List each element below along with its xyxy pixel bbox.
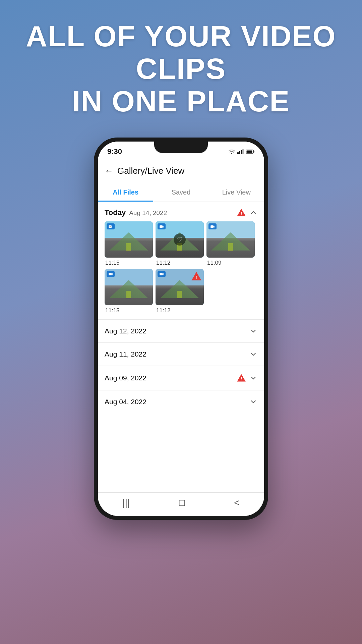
front-camera-badge xyxy=(208,223,217,229)
video-thumb-1[interactable]: 11:15 xyxy=(105,221,153,266)
hero-text: ALL OF YOUR VIDEO CLIPS IN ONE PLACE xyxy=(0,20,362,117)
svg-marker-11 xyxy=(163,226,164,228)
aug11-label: Aug 11, 2022 xyxy=(105,350,146,358)
recent-apps-button[interactable]: ||| xyxy=(117,495,135,511)
alert-icon-aug09: ! xyxy=(237,373,246,383)
today-header: Today Aug 14, 2022 ! xyxy=(98,202,264,221)
tab-bar: All Files Saved Live View xyxy=(98,183,264,202)
back-nav-button[interactable]: < xyxy=(229,495,245,511)
chevron-down-icon-aug11 xyxy=(249,350,257,358)
today-group: Today Aug 14, 2022 ! xyxy=(98,202,264,319)
front-camera-badge-2 xyxy=(107,271,115,277)
tab-all-files[interactable]: All Files xyxy=(98,183,153,202)
date-group-aug12[interactable]: Aug 12, 2022 xyxy=(98,319,264,342)
aug04-label: Aug 04, 2022 xyxy=(105,398,146,406)
date-group-aug09[interactable]: Aug 09, 2022 ! xyxy=(98,366,264,390)
svg-rect-2 xyxy=(241,150,242,154)
video-grid: 11:15 ♡ xyxy=(98,221,264,319)
phone-mockup: 9:30 xyxy=(94,138,268,520)
svg-rect-16 xyxy=(160,273,163,275)
aug09-label: Aug 09, 2022 xyxy=(105,374,146,382)
svg-marker-17 xyxy=(163,273,164,275)
svg-text:!: ! xyxy=(241,211,242,216)
alert-icon: ! xyxy=(237,208,246,217)
video-time-3: 11:09 xyxy=(206,260,255,266)
svg-marker-13 xyxy=(214,226,215,228)
video-thumb-3[interactable]: 11:09 xyxy=(206,221,255,266)
today-label: Today xyxy=(105,208,126,217)
tab-live-view[interactable]: Live View xyxy=(209,183,264,202)
svg-text:!: ! xyxy=(196,275,198,280)
rear-camera-badge xyxy=(158,223,166,229)
thumb-alert-icon: ! xyxy=(191,271,202,282)
svg-rect-5 xyxy=(254,151,255,153)
svg-rect-10 xyxy=(160,225,163,228)
battery-icon xyxy=(246,149,255,154)
tab-saved[interactable]: Saved xyxy=(153,183,208,202)
svg-marker-15 xyxy=(112,273,113,275)
hero-line1: ALL OF YOUR VIDEO CLIPS xyxy=(20,20,342,85)
phone-screen: 9:30 xyxy=(98,142,264,516)
header-title: Gallery/Live View xyxy=(117,166,184,176)
today-date: Aug 14, 2022 xyxy=(129,209,167,217)
phone-notch xyxy=(154,142,208,153)
content-area: Today Aug 14, 2022 ! xyxy=(98,202,264,492)
video-time-1: 11:15 xyxy=(105,260,153,266)
aug12-label: Aug 12, 2022 xyxy=(105,327,146,335)
svg-rect-14 xyxy=(109,273,112,275)
video-time-5: 11:12 xyxy=(156,307,204,314)
video-thumb-4[interactable]: 11:15 xyxy=(105,269,153,314)
chevron-down-icon-aug09 xyxy=(249,374,257,382)
chevron-down-icon-aug12 xyxy=(249,327,257,335)
video-thumb-2[interactable]: ♡ 11:12 xyxy=(156,221,204,266)
svg-rect-3 xyxy=(242,149,244,154)
date-group-aug11[interactable]: Aug 11, 2022 xyxy=(98,342,264,366)
hero-line2: IN ONE PLACE xyxy=(20,85,342,118)
svg-rect-1 xyxy=(239,151,240,154)
bottom-nav: ||| □ < xyxy=(98,492,264,516)
svg-point-9 xyxy=(110,226,111,227)
chevron-down-icon-aug04 xyxy=(249,398,257,406)
camera-badge xyxy=(107,223,115,229)
wifi-icon xyxy=(228,149,235,154)
svg-rect-6 xyxy=(247,151,252,153)
signal-icon xyxy=(237,149,244,154)
app-header: ← Gallery/Live View xyxy=(98,159,264,183)
home-button[interactable]: □ xyxy=(174,495,190,511)
svg-rect-0 xyxy=(237,152,239,154)
rear-camera-badge-2 xyxy=(158,271,166,277)
svg-rect-12 xyxy=(210,225,214,228)
video-time-2: 11:12 xyxy=(156,260,204,266)
heart-overlay: ♡ xyxy=(174,233,186,246)
status-icons xyxy=(228,149,255,154)
video-time-4: 11:15 xyxy=(105,307,153,314)
back-button[interactable]: ← xyxy=(105,166,113,176)
chevron-up-icon[interactable] xyxy=(249,209,257,217)
video-thumb-5[interactable]: ! 11:12 xyxy=(156,269,204,314)
date-group-aug04[interactable]: Aug 04, 2022 xyxy=(98,390,264,413)
status-time: 9:30 xyxy=(107,147,122,156)
svg-text:!: ! xyxy=(241,376,242,381)
